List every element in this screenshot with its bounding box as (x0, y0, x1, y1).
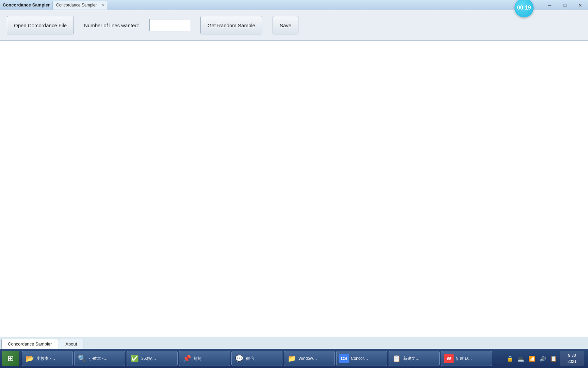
taskbar-item-0[interactable]: 📂 小教本 -… (22, 351, 73, 366)
save-button[interactable]: Save (273, 16, 298, 34)
taskbar-icon-1: 🔍 (77, 354, 87, 363)
tab-about-label: About (65, 341, 77, 347)
taskbar-icon-3: 📌 (182, 354, 192, 363)
app-title: Concordance Sampler (0, 2, 50, 7)
taskbar-icon-6: CS (339, 354, 349, 363)
tray-icon-1[interactable]: 💻 (517, 355, 525, 362)
main-window: Open Corcordance File Number of lines wa… (0, 10, 588, 349)
taskbar-item-5[interactable]: 📁 Window… (284, 351, 335, 366)
taskbar-label-7: 新建文… (403, 356, 420, 362)
taskbar-item-8[interactable]: W 新建 D… (441, 351, 492, 366)
bottom-tabs: Concordance Sampler About (0, 337, 588, 349)
taskbar-item-7[interactable]: 📋 新建文… (389, 351, 440, 366)
lines-input[interactable] (149, 19, 190, 31)
taskbar-label-5: Window… (298, 356, 317, 361)
content-area (0, 41, 588, 337)
taskbar-label-1: 小教本 -… (89, 356, 108, 362)
start-icon: ⊞ (7, 354, 14, 363)
taskbar-item-2[interactable]: ✅ 360安… (127, 351, 178, 366)
lines-label: Number of lines wanted: (84, 22, 139, 28)
taskbar-icon-5: 📁 (287, 354, 296, 363)
taskbar-tray: 🔒 💻 📶 🔊 📋 9:30 2021 (506, 351, 586, 366)
tray-icon-4[interactable]: 📋 (549, 355, 558, 362)
taskbar-label-8: 新建 D… (456, 356, 472, 362)
clock-date: 2021 (564, 358, 581, 365)
close-button[interactable]: ✕ (573, 0, 588, 10)
title-bar: Concordance Sampler Concordance Sampler … (0, 0, 588, 10)
taskbar-icon-4: 💬 (234, 354, 244, 363)
taskbar-icon-0: 📂 (25, 354, 34, 363)
taskbar-icon-2: ✅ (130, 354, 139, 363)
toolbar: Open Corcordance File Number of lines wa… (0, 10, 588, 41)
timer-value: 00:19 (517, 5, 531, 11)
tab-concordance-sampler-label: Concordance Sampler (8, 341, 52, 347)
minimize-button[interactable]: ─ (542, 0, 557, 10)
tab-concordance-sampler[interactable]: Concordance Sampler (1, 339, 58, 349)
title-tab-label: Concordance Sampler (56, 3, 97, 7)
taskbar-icon-7: 📋 (392, 354, 401, 363)
tab-about[interactable]: About (59, 339, 83, 349)
taskbar-label-2: 360安… (141, 356, 156, 362)
taskbar-label-0: 小教本 -… (36, 356, 55, 362)
taskbar-item-1[interactable]: 🔍 小教本 -… (74, 351, 125, 366)
text-cursor (9, 45, 9, 52)
start-button[interactable]: ⊞ (2, 351, 19, 366)
taskbar: ⊞ 📂 小教本 -… 🔍 小教本 -… ✅ 360安… 📌 钉钉 💬 微信 📁 … (0, 349, 588, 368)
taskbar-item-6[interactable]: CS Concor… (336, 351, 387, 366)
taskbar-clock[interactable]: 9:30 2021 (560, 351, 584, 366)
taskbar-label-6: Concor… (351, 356, 368, 361)
tray-icon-3[interactable]: 🔊 (538, 355, 547, 362)
taskbar-item-4[interactable]: 💬 微信 (231, 351, 282, 366)
taskbar-icon-8: W (444, 354, 454, 363)
taskbar-label-3: 钉钉 (194, 356, 202, 362)
window-controls: ─ □ ✕ (542, 0, 588, 10)
maximize-button[interactable]: □ (557, 0, 573, 10)
clock-time: 9:30 (564, 352, 581, 358)
tab-close-icon[interactable]: ✕ (102, 3, 105, 7)
taskbar-label-4: 微信 (246, 356, 254, 362)
tray-icon-0[interactable]: 🔒 (506, 355, 514, 362)
taskbar-item-3[interactable]: 📌 钉钉 (179, 351, 230, 366)
title-tab[interactable]: Concordance Sampler ✕ (52, 1, 107, 10)
open-file-button[interactable]: Open Corcordance File (7, 16, 74, 34)
get-sample-button[interactable]: Get Random Sample (200, 16, 262, 34)
tray-icon-2[interactable]: 📶 (527, 355, 536, 362)
